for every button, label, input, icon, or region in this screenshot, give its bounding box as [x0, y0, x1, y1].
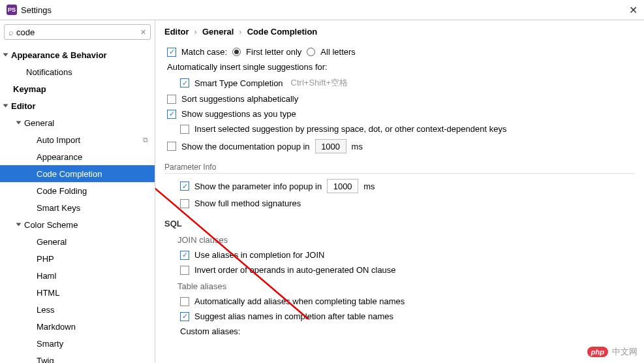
- auto-add-alias-checkbox[interactable]: [180, 297, 189, 306]
- smart-type-checkbox[interactable]: [180, 78, 189, 87]
- full-sig-label: Show full method signatures: [194, 198, 301, 208]
- sidebar-item-code-completion[interactable]: Code Completion: [0, 165, 155, 182]
- invert-order-checkbox[interactable]: [180, 266, 189, 275]
- insert-by-space-checkbox[interactable]: [180, 125, 189, 134]
- close-icon[interactable]: ✕: [629, 4, 637, 16]
- watermark-logo: php: [587, 347, 608, 357]
- parameter-info-section: Parameter Info: [164, 163, 635, 174]
- sidebar-item-cs-less[interactable]: Less: [0, 301, 155, 318]
- breadcrumb-code-completion: Code Completion: [247, 27, 318, 37]
- invert-order-label: Invert order of operands in auto-generat…: [194, 265, 396, 275]
- sidebar-item-auto-import[interactable]: Auto Import⧉: [0, 131, 155, 148]
- auto-add-alias-label: Automatically add aliases when completin…: [194, 296, 405, 306]
- use-alias-join-checkbox[interactable]: [180, 251, 189, 260]
- sidebar-item-keymap[interactable]: Keymap: [0, 80, 155, 97]
- table-aliases-label: Table aliases: [177, 281, 635, 291]
- content-panel: Editor› General› Code Completion Match c…: [155, 20, 644, 363]
- sidebar-item-cs-general[interactable]: General: [0, 233, 155, 250]
- sidebar-item-appearance[interactable]: Appearance: [0, 148, 155, 165]
- match-case-label: Match case:: [181, 47, 227, 57]
- sidebar-item-cs-twig[interactable]: Twig: [0, 352, 155, 363]
- ms-label-2: ms: [363, 182, 375, 191]
- breadcrumb-editor[interactable]: Editor: [164, 27, 189, 37]
- sidebar: ⌕ ✕ Appearance & Behavior Notifications …: [0, 20, 155, 363]
- sidebar-item-smart-keys[interactable]: Smart Keys: [0, 199, 155, 216]
- sort-abc-checkbox[interactable]: [167, 95, 176, 104]
- smart-type-shortcut: Ctrl+Shift+空格: [291, 77, 348, 89]
- search-input[interactable]: ⌕ ✕: [4, 24, 151, 40]
- sidebar-item-code-folding[interactable]: Code Folding: [0, 182, 155, 199]
- sidebar-item-cs-haml[interactable]: Haml: [0, 267, 155, 284]
- app-icon: PS: [7, 5, 17, 15]
- sort-abc-label: Sort suggestions alphabetically: [181, 94, 298, 104]
- copy-icon: ⧉: [143, 136, 148, 144]
- suggest-alias-label: Suggest alias names in completion after …: [194, 311, 393, 321]
- use-alias-join-label: Use aliases in completion for JOIN: [194, 250, 324, 260]
- watermark-text: 中文网: [612, 346, 637, 358]
- breadcrumb-general[interactable]: General: [202, 27, 234, 37]
- sidebar-item-notifications[interactable]: Notifications: [0, 63, 155, 80]
- param-delay-input[interactable]: [327, 179, 358, 193]
- match-case-checkbox[interactable]: [167, 48, 176, 57]
- sidebar-item-cs-php[interactable]: PHP: [0, 250, 155, 267]
- sidebar-item-color-scheme[interactable]: Color Scheme: [0, 216, 155, 233]
- show-doc-checkbox[interactable]: [167, 142, 176, 151]
- settings-tree: Appearance & Behavior Notifications Keym…: [0, 44, 155, 363]
- custom-aliases-label: Custom aliases:: [180, 326, 240, 336]
- sidebar-item-general[interactable]: General: [0, 114, 155, 131]
- search-icon: ⌕: [8, 27, 14, 37]
- sidebar-item-cs-html[interactable]: HTML: [0, 284, 155, 301]
- sql-section: SQL: [164, 219, 635, 229]
- clear-search-icon[interactable]: ✕: [140, 28, 146, 37]
- all-letters-label: All letters: [320, 47, 355, 57]
- window-title: Settings: [21, 5, 52, 15]
- param-popup-label: Show the parameter info popup in: [194, 182, 322, 191]
- doc-delay-input[interactable]: [315, 139, 346, 153]
- full-sig-checkbox[interactable]: [180, 199, 189, 208]
- first-letter-radio[interactable]: [232, 48, 241, 56]
- watermark: php 中文网: [587, 346, 637, 358]
- auto-insert-label: Automatically insert single suggestions …: [167, 62, 328, 72]
- sidebar-item-appearance-behavior[interactable]: Appearance & Behavior: [0, 46, 155, 63]
- ms-label: ms: [352, 142, 363, 151]
- first-letter-label: First letter only: [246, 47, 301, 57]
- search-field[interactable]: [16, 27, 138, 37]
- show-as-type-checkbox[interactable]: [167, 110, 176, 119]
- all-letters-radio[interactable]: [307, 48, 315, 56]
- suggest-alias-checkbox[interactable]: [180, 312, 189, 321]
- sidebar-item-editor[interactable]: Editor: [0, 97, 155, 114]
- param-popup-checkbox[interactable]: [180, 182, 189, 191]
- breadcrumb: Editor› General› Code Completion: [164, 27, 635, 37]
- sidebar-item-cs-markdown[interactable]: Markdown: [0, 318, 155, 335]
- sidebar-item-cs-smarty[interactable]: Smarty: [0, 335, 155, 352]
- smart-type-label: Smart Type Completion: [194, 78, 283, 88]
- insert-by-space-label: Insert selected suggestion by pressing s…: [194, 124, 506, 134]
- join-clauses-label: JOIN clauses: [177, 235, 635, 245]
- show-doc-label: Show the documentation popup in: [181, 142, 310, 151]
- show-as-type-label: Show suggestions as you type: [181, 109, 296, 119]
- titlebar: PS Settings ✕: [0, 0, 644, 20]
